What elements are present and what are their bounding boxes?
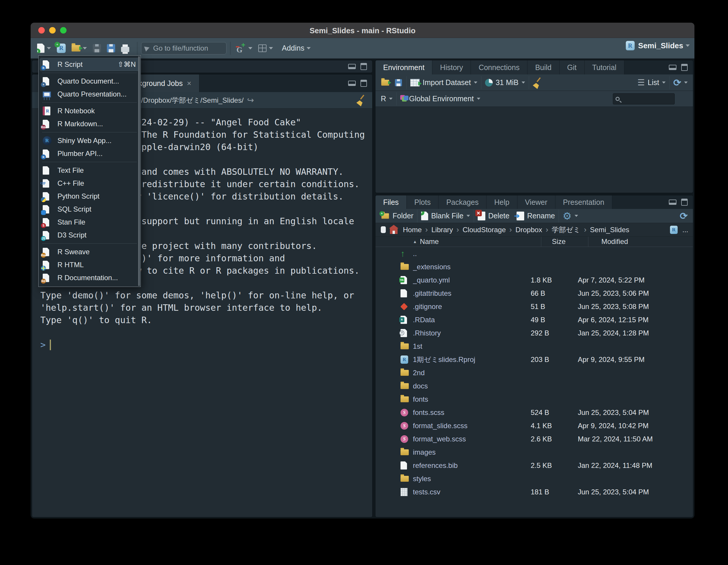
- tab-environment[interactable]: Environment: [375, 60, 432, 74]
- menu-item-d3-script[interactable]: JS D3 Script: [39, 229, 140, 242]
- menu-item-shiny-web-app[interactable]: R Shiny Web App...: [39, 134, 140, 147]
- tab-tutorial[interactable]: Tutorial: [585, 60, 624, 74]
- clear-environment-icon[interactable]: [533, 78, 543, 88]
- new-file-button[interactable]: +: [35, 42, 53, 55]
- language-selector[interactable]: R: [381, 95, 386, 103]
- menu-item-text-file[interactable]: Text File: [39, 164, 140, 177]
- table-row[interactable]: images: [375, 445, 693, 459]
- new-project-button[interactable]: R+: [55, 42, 67, 55]
- menu-item-cpp-file[interactable]: cpp C++ File: [39, 177, 140, 190]
- gear-icon[interactable]: ⚙: [562, 210, 571, 222]
- import-dataset-button[interactable]: Import Dataset: [423, 78, 471, 87]
- workspace-panes-button[interactable]: [257, 43, 275, 54]
- table-row[interactable]: styles: [375, 472, 693, 485]
- tab-viewer[interactable]: Viewer: [517, 196, 555, 209]
- breadcrumb-gakubu-semi[interactable]: 学部ゼミ: [542, 225, 580, 235]
- goto-file-input[interactable]: [153, 44, 244, 52]
- goto-file-search[interactable]: [141, 42, 226, 54]
- maximize-pane-icon[interactable]: [360, 80, 367, 87]
- table-row[interactable]: .gitignore 51 B Jun 25, 2023, 5:08 PM: [375, 300, 693, 313]
- tab-build[interactable]: Build: [527, 60, 560, 74]
- minimize-pane-icon[interactable]: [348, 81, 356, 86]
- tab-files[interactable]: Files: [375, 196, 407, 209]
- menu-item-quarto-presentation[interactable]: Quarto Presentation...: [39, 88, 140, 101]
- save-button[interactable]: [91, 42, 103, 54]
- menu-item-r-markdown[interactable]: Rmd R Markdown...: [39, 117, 140, 130]
- tab-plots[interactable]: Plots: [407, 196, 439, 209]
- breadcrumb-dropbox[interactable]: Dropbox: [506, 225, 542, 234]
- refresh-icon[interactable]: ⟳: [673, 77, 681, 88]
- rename-button[interactable]: Rename: [527, 212, 555, 220]
- table-row[interactable]: ↑ ..: [375, 247, 693, 260]
- menu-item-r-notebook[interactable]: R R Notebook: [39, 105, 140, 117]
- menu-item-r-documentation[interactable]: Rd R Documentation...: [39, 271, 140, 284]
- environment-search-input[interactable]: [620, 95, 693, 103]
- tab-presentation[interactable]: Presentation: [555, 196, 612, 209]
- maximize-pane-icon[interactable]: [681, 64, 688, 71]
- tab-packages[interactable]: Packages: [439, 196, 487, 209]
- table-row[interactable]: tests.csv 181 B Jun 25, 2023, 5:04 PM: [375, 485, 693, 498]
- memory-usage-label[interactable]: 31 MiB: [496, 78, 519, 87]
- table-row[interactable]: references.bib 2.5 KB Jan 22, 2024, 11:4…: [375, 459, 693, 472]
- tab-connections[interactable]: Connections: [471, 60, 527, 74]
- minimize-pane-icon[interactable]: [669, 200, 676, 205]
- save-all-button[interactable]: [105, 42, 117, 54]
- print-button[interactable]: [119, 43, 131, 54]
- r-project-icon[interactable]: R: [670, 226, 678, 234]
- breadcrumb-library[interactable]: Library: [422, 225, 453, 234]
- column-header-name[interactable]: Name: [413, 238, 541, 246]
- table-row[interactable]: S format_web.scss 2.6 KB Mar 22, 2024, 1…: [375, 432, 693, 445]
- table-row[interactable]: YML _quarto.yml 1.8 KB Apr 7, 2024, 5:22…: [375, 274, 693, 286]
- table-row[interactable]: R 1期ゼミslides.Rproj 203 B Apr 9, 2024, 9:…: [375, 353, 693, 366]
- save-workspace-icon[interactable]: [395, 79, 402, 86]
- table-row[interactable]: 1st: [375, 339, 693, 353]
- table-row[interactable]: R .RData 49 B Apr 6, 2024, 12:15 PM: [375, 313, 693, 326]
- load-workspace-icon[interactable]: [381, 80, 389, 86]
- column-header-modified[interactable]: Modified: [588, 237, 693, 247]
- select-all-checkbox[interactable]: [381, 226, 386, 233]
- table-row[interactable]: 2nd: [375, 366, 693, 379]
- table-row[interactable]: fonts: [375, 392, 693, 406]
- menu-item-r-html[interactable]: R HTML: [39, 259, 140, 271]
- menu-item-quarto-document[interactable]: + Quarto Document...: [39, 75, 140, 88]
- menu-item-python-script[interactable]: Python Script: [39, 190, 140, 203]
- tab-git[interactable]: Git: [560, 60, 585, 74]
- breadcrumb-cloudstorage[interactable]: CloudStorage: [453, 225, 506, 234]
- clear-console-icon[interactable]: [356, 95, 366, 105]
- breadcrumb-home[interactable]: Home: [403, 226, 422, 234]
- menu-item-r-sweave[interactable]: Rsw R Sweave: [39, 246, 140, 259]
- menu-item-r-script[interactable]: R R Script ⇧⌘N: [40, 58, 139, 71]
- list-view-button[interactable]: List: [648, 78, 659, 87]
- open-file-button[interactable]: [70, 43, 89, 53]
- menu-item-sql-script[interactable]: SQL Script: [39, 203, 140, 216]
- new-folder-button[interactable]: Folder: [393, 212, 413, 220]
- breadcrumb-semi-slides[interactable]: Semi_Slides: [580, 225, 629, 234]
- version-control-button[interactable]: [234, 42, 254, 55]
- table-row[interactable]: .Rhistory 292 B Jan 25, 2024, 1:28 PM: [375, 326, 693, 339]
- table-row[interactable]: docs: [375, 379, 693, 392]
- minimize-pane-icon[interactable]: [669, 65, 676, 70]
- goto-directory-icon[interactable]: ↪: [247, 95, 254, 105]
- tab-help[interactable]: Help: [487, 196, 517, 209]
- delete-button[interactable]: Delete: [488, 212, 509, 220]
- home-icon[interactable]: [390, 228, 398, 234]
- table-row[interactable]: S format_slide.scss 4.1 KB Apr 9, 2024, …: [375, 419, 693, 432]
- column-header-size[interactable]: Size: [541, 237, 588, 247]
- new-blank-file-button[interactable]: Blank File: [431, 212, 464, 220]
- close-icon[interactable]: ×: [187, 79, 191, 88]
- maximize-pane-icon[interactable]: [681, 199, 688, 206]
- environment-search[interactable]: [613, 93, 675, 105]
- console-prompt-row[interactable]: >: [40, 339, 51, 351]
- environment-scope-selector[interactable]: Global Environment: [409, 95, 474, 103]
- table-row[interactable]: .gitattributes 66 B Jun 25, 2023, 5:06 P…: [375, 286, 693, 300]
- tab-history[interactable]: History: [432, 60, 471, 74]
- table-row[interactable]: S fonts.scss 524 B Jun 25, 2023, 5:04 PM: [375, 406, 693, 419]
- refresh-icon[interactable]: ⟳: [680, 211, 688, 222]
- table-row[interactable]: _extensions: [375, 260, 693, 274]
- more-button[interactable]: ...: [682, 226, 688, 234]
- maximize-pane-icon[interactable]: [360, 63, 367, 70]
- menu-item-stan-file[interactable]: S Stan File: [39, 216, 140, 229]
- menu-item-plumber-api[interactable]: R Plumber API...: [39, 147, 140, 160]
- addins-button[interactable]: Addins: [277, 42, 312, 54]
- project-menu-button[interactable]: R Semi_Slides: [626, 41, 690, 50]
